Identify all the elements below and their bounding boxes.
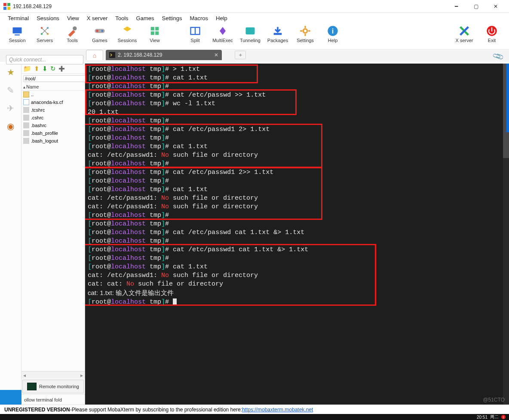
monitor-icon: [27, 383, 37, 390]
multiexec-icon: [217, 25, 229, 37]
upload-icon[interactable]: ⬆: [34, 65, 40, 73]
session-tab[interactable]: 2. 192.168.248.129 ✕: [106, 50, 222, 60]
sftp-icon[interactable]: ◉: [7, 121, 14, 131]
file-icon: [23, 122, 29, 128]
terminal-line: cat: /etc/passwd1: No such file or direc…: [88, 194, 506, 203]
svg-rect-17: [155, 31, 159, 35]
file-name: ..: [31, 92, 34, 97]
tb-exit[interactable]: Exit: [478, 25, 506, 43]
file-name: anaconda-ks.cf: [31, 100, 63, 105]
tb-multiexec[interactable]: MultiExec: [209, 25, 236, 43]
follow-terminal-label: ollow terminal fold: [24, 397, 62, 402]
menu-xserver[interactable]: X server: [83, 14, 111, 22]
new-tab-button[interactable]: ＋: [235, 51, 246, 59]
tb-help[interactable]: iHelp: [319, 25, 346, 43]
quick-connect-input[interactable]: Quick connect...: [6, 55, 83, 64]
refresh-icon[interactable]: ↻: [50, 65, 56, 73]
menu-view[interactable]: View: [64, 14, 83, 22]
svg-text:i: i: [332, 27, 334, 35]
tb-games[interactable]: Games: [86, 25, 113, 43]
tb-packages[interactable]: Packages: [264, 25, 291, 43]
taskbar-day: 周二: [490, 414, 499, 420]
file-list: ..anaconda-ks.cf.tcshrc.cshrc.bashrc.bas…: [21, 91, 85, 371]
macro-icon[interactable]: ✈: [7, 103, 14, 113]
svg-rect-2: [3, 7, 6, 10]
menu-tools[interactable]: Tools: [112, 14, 132, 22]
servers-icon: [39, 25, 51, 37]
tb-tunneling-label: Tunneling: [240, 38, 261, 43]
titlebar: 192.168.248.129 ━ ▢ ✕: [0, 0, 509, 13]
menu-terminal[interactable]: Terminal: [4, 14, 32, 22]
menu-macros[interactable]: Macros: [186, 14, 212, 22]
terminal[interactable]: [root@localhost tmp]# > 1.txt[root@local…: [85, 64, 509, 405]
tb-tunneling[interactable]: Tunneling: [236, 25, 264, 43]
file-row[interactable]: ..: [21, 91, 85, 98]
file-row[interactable]: .bash_profile: [21, 129, 85, 137]
taskbar: 20:51 周二 1: [0, 414, 509, 420]
home-tab[interactable]: ⌂: [86, 50, 103, 60]
tunneling-icon: [244, 25, 256, 37]
menu-sessions[interactable]: Sessions: [33, 14, 63, 22]
sftp-path-input[interactable]: [23, 75, 86, 82]
exit-icon: [486, 25, 498, 37]
remote-monitoring-label: Remote monitoring: [39, 384, 79, 389]
follow-terminal-row[interactable]: ollow terminal fold: [21, 394, 85, 405]
menu-games[interactable]: Games: [133, 14, 158, 22]
session-icon: [11, 25, 23, 37]
main: ★ ✎ ✈ ◉ 📁 ⬆ ⬇ ↻ ➕ ✓ ▴Name ..anaconda-ks.…: [0, 64, 509, 405]
terminal-line: [root@localhost tmp]# cat 1.txt: [88, 186, 506, 194]
file-name: .bash_profile: [31, 131, 58, 136]
newfolder-icon[interactable]: ➕: [58, 66, 65, 72]
remote-monitoring-button[interactable]: Remote monitoring: [22, 380, 84, 393]
tb-settings[interactable]: Settings: [291, 25, 319, 43]
file-row[interactable]: .cshrc: [21, 114, 85, 122]
terminal-line: [root@localhost tmp]# cat /etc/passwd1 c…: [88, 246, 506, 254]
svg-rect-1: [7, 3, 10, 6]
minimize-button[interactable]: ━: [446, 0, 466, 12]
tb-view-label: View: [150, 38, 160, 43]
file-header-label: Name: [26, 84, 39, 89]
file-row[interactable]: .bashrc: [21, 122, 85, 129]
file-icon: [23, 138, 29, 144]
terminal-line: [root@localhost tmp]# wc -l 1.txt: [88, 100, 506, 108]
pencil-icon[interactable]: ✎: [7, 85, 14, 95]
paperclip-icon[interactable]: 📎: [492, 50, 505, 63]
tb-xserver[interactable]: X server: [451, 25, 478, 43]
tb-split[interactable]: Split: [181, 25, 209, 43]
svg-point-13: [101, 30, 104, 32]
tb-servers[interactable]: Servers: [31, 25, 58, 43]
terminal-line: [root@localhost tmp]#: [88, 254, 506, 263]
terminal-line: [root@localhost tmp]#: [88, 134, 506, 143]
file-name: .cshrc: [31, 115, 43, 120]
terminal-line: cat: /etc/passwd1: No such file or direc…: [88, 203, 506, 211]
file-header[interactable]: ▴Name: [21, 83, 85, 91]
file-row[interactable]: .tcshrc: [21, 106, 85, 114]
file-name: .tcshrc: [31, 107, 45, 113]
close-button[interactable]: ✕: [486, 0, 506, 12]
tb-split-label: Split: [190, 38, 199, 43]
terminal-line: [root@localhost tmp]# cat 1.txt: [88, 263, 506, 271]
packages-icon: [272, 25, 284, 37]
svg-rect-11: [95, 29, 104, 33]
sftp-scrollbar[interactable]: ◂▸: [21, 371, 85, 379]
terminal-line: [root@localhost tmp]# cat /etc/passwd1 2…: [88, 125, 506, 134]
folder-icon[interactable]: 📁: [23, 65, 31, 73]
tb-sessions[interactable]: Sessions: [113, 25, 141, 43]
tb-session[interactable]: Session: [3, 25, 31, 43]
tb-view[interactable]: View: [141, 25, 169, 43]
tb-session-label: Session: [9, 38, 25, 43]
sftp-panel: 📁 ⬆ ⬇ ↻ ➕ ✓ ▴Name ..anaconda-ks.cf.tcshr…: [21, 64, 85, 405]
download-icon[interactable]: ⬇: [42, 65, 48, 73]
tb-tools[interactable]: Tools: [58, 25, 86, 43]
tab-close-icon[interactable]: ✕: [214, 52, 218, 58]
file-row[interactable]: anaconda-ks.cf: [21, 98, 85, 106]
taskbar-badge: 1: [501, 415, 506, 419]
menu-help[interactable]: Help: [212, 14, 231, 22]
file-row[interactable]: .bash_logout: [21, 137, 85, 145]
menu-settings[interactable]: Settings: [159, 14, 186, 22]
maximize-button[interactable]: ▢: [466, 0, 486, 12]
status-link[interactable]: https://mobaxterm.mobatek.net: [242, 407, 313, 413]
tb-servers-label: Servers: [37, 38, 53, 43]
star-icon[interactable]: ★: [7, 67, 15, 77]
terminal-line: [root@localhost tmp]#: [88, 177, 506, 186]
